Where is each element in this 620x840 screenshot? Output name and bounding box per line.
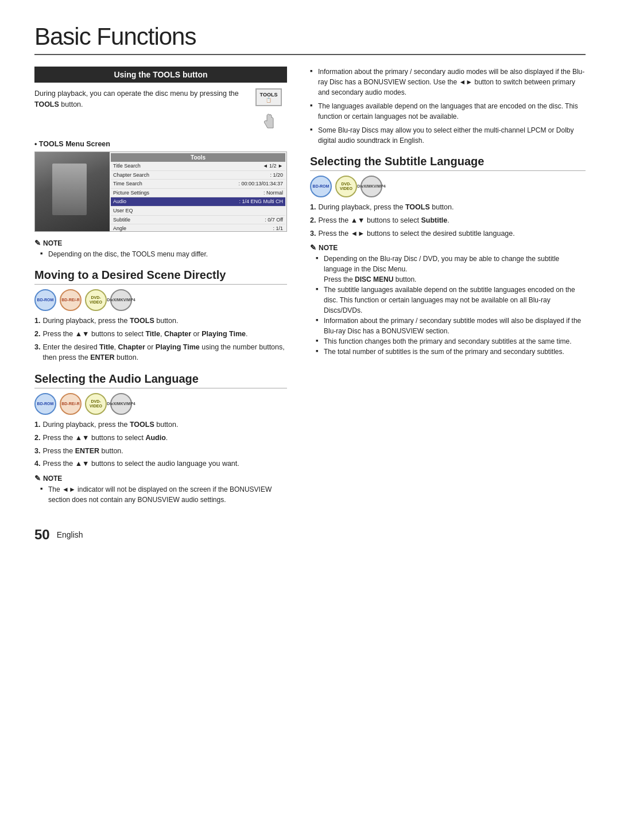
tools-menu-label: • TOOLS Menu Screen	[34, 140, 287, 148]
tools-note: ✎ NOTE Depending on the disc, the TOOLS …	[34, 239, 287, 259]
menu-row-title-search: Title Search◄ 1/2 ►	[111, 162, 285, 171]
page-footer: 50 English	[34, 527, 586, 543]
audio-note-label: ✎ NOTE	[34, 474, 287, 483]
moving-step-1: 1. During playback, press the TOOLS butt…	[34, 316, 287, 326]
page-language: English	[57, 530, 83, 539]
audio-note-item-1: The ◄► indicator will not be displayed o…	[40, 484, 287, 505]
audio-badge-bd-re-r: BD-RE/-R	[60, 393, 82, 415]
subtitle-badge-divx: DivX/MKV/MP4	[361, 176, 382, 197]
left-column: Using the TOOLS button During playback, …	[34, 67, 287, 510]
tools-note-items: Depending on the disc, the TOOLS menu ma…	[34, 249, 287, 259]
menu-row-time-search: Time Search: 00:00:13/01:34:37	[111, 180, 285, 189]
audio-right-note-3: Some Blu-ray Discs may allow you to sele…	[310, 125, 586, 146]
moving-steps: 1. During playback, press the TOOLS butt…	[34, 316, 287, 363]
page-number: 50	[34, 527, 50, 543]
audio-badge-divx: DivX/MKV/MP4	[110, 393, 132, 415]
subtitle-note-label: ✎ NOTE	[310, 243, 586, 252]
subtitle-note-items: Depending on the Blu-ray Disc / DVD, you…	[310, 254, 586, 357]
subtitle-step-1: 1. During playback, press the TOOLS butt…	[310, 202, 586, 213]
audio-heading: Selecting the Audio Language	[34, 372, 287, 388]
tools-menu-header: Tools	[111, 153, 285, 162]
tools-note-item-1: Depending on the disc, the TOOLS menu ma…	[40, 249, 287, 259]
subtitle-heading: Selecting the Subtitle Language	[310, 155, 586, 171]
subtitle-note-item-2: The subtitle languages available depend …	[316, 285, 586, 316]
subtitle-note-item-3: Information about the primary / secondar…	[316, 316, 586, 336]
audio-badge-bd-rom: BD-ROM	[34, 393, 56, 415]
audio-badges: BD-ROM BD-RE/-R DVD-VIDEO DivX/MKV/MP4	[34, 393, 287, 415]
subtitle-note: ✎ NOTE Depending on the Blu-ray Disc / D…	[310, 243, 586, 357]
subtitle-step-2: 2. Press the ▲▼ buttons to select Subtit…	[310, 215, 586, 226]
tools-menu-screen: Tools Title Search◄ 1/2 ► Chapter Search…	[34, 151, 287, 232]
subtitle-steps: 1. During playback, press the TOOLS butt…	[310, 202, 586, 239]
moving-step-3: 3. Enter the desired Title, Chapter or P…	[34, 342, 287, 364]
subtitle-note-item-1: Depending on the Blu-ray Disc / DVD, you…	[316, 254, 586, 285]
subtitle-badge-dvd-video: DVD-VIDEO	[335, 176, 357, 197]
audio-step-3: 3. Press the ENTER button.	[34, 446, 287, 457]
audio-step-2: 2. Press the ▲▼ buttons to select Audio.	[34, 433, 287, 444]
audio-right-notes: Information about the primary / secondar…	[310, 67, 586, 146]
tools-intro: During playback, you can operate the dis…	[34, 88, 242, 110]
moving-heading: Moving to a Desired Scene Directly	[34, 269, 287, 285]
menu-row-subtitle: Subtitle: 0/7 Off	[111, 216, 285, 225]
audio-note: ✎ NOTE The ◄► indicator will not be disp…	[34, 474, 287, 505]
tools-section: Using the TOOLS button During playback, …	[34, 67, 287, 259]
audio-note-items: The ◄► indicator will not be displayed o…	[34, 484, 287, 505]
tools-heading: Using the TOOLS button	[34, 67, 287, 83]
menu-row-angle: Angle: 1/1	[111, 224, 285, 232]
menu-row-chapter-search: Chapter Search: 1/20	[111, 171, 285, 180]
badge-dvd-video: DVD-VIDEO	[85, 289, 107, 311]
tools-note-label: ✎ NOTE	[34, 239, 287, 247]
audio-right-note-2: The languages available depend on the la…	[310, 101, 586, 122]
page-title: Basic Functions	[34, 23, 586, 55]
audio-section: Selecting the Audio Language BD-ROM BD-R…	[34, 372, 287, 505]
badge-bd-re-r: BD-RE/-R	[60, 289, 82, 311]
menu-row-user-eq: User EQ	[111, 207, 285, 216]
moving-section: Moving to a Desired Scene Directly BD-RO…	[34, 269, 287, 363]
audio-badge-dvd-video: DVD-VIDEO	[85, 393, 107, 415]
tools-button-icon: TOOLS 📋	[250, 88, 287, 133]
audio-step-4: 4. Press the ▲▼ buttons to select the au…	[34, 458, 287, 469]
hand-svg	[257, 108, 280, 131]
tools-menu-panel: Tools Title Search◄ 1/2 ► Chapter Search…	[110, 152, 286, 231]
menu-row-picture-settings: Picture Settings: Normal	[111, 189, 285, 198]
subtitle-section: Selecting the Subtitle Language BD-ROM D…	[310, 155, 586, 357]
menu-row-audio: Audio: 1/4 ENG Multi CH	[111, 197, 285, 207]
moving-badges: BD-ROM BD-RE/-R DVD-VIDEO DivX/MKV/MP4	[34, 289, 287, 311]
subtitle-badges: BD-ROM DVD-VIDEO DivX/MKV/MP4	[310, 176, 586, 197]
audio-right-note-1: Information about the primary / secondar…	[310, 67, 586, 98]
subtitle-note-item-4: This function changes both the primary a…	[316, 336, 586, 347]
tools-screen-background	[35, 152, 110, 231]
moving-step-2: 2. Press the ▲▼ buttons to select Title,…	[34, 329, 287, 340]
subtitle-step-3: 3. Press the ◄► buttons to select the de…	[310, 228, 586, 239]
badge-divx: DivX/MKV/MP4	[110, 289, 132, 311]
audio-step-1: 1. During playback, press the TOOLS butt…	[34, 419, 287, 430]
badge-bd-rom: BD-ROM	[34, 289, 56, 311]
audio-steps: 1. During playback, press the TOOLS butt…	[34, 419, 287, 469]
subtitle-badge-bd-rom: BD-ROM	[310, 176, 332, 197]
right-column: Information about the primary / secondar…	[310, 67, 586, 510]
subtitle-note-item-5: The total number of subtitles is the sum…	[316, 347, 586, 357]
